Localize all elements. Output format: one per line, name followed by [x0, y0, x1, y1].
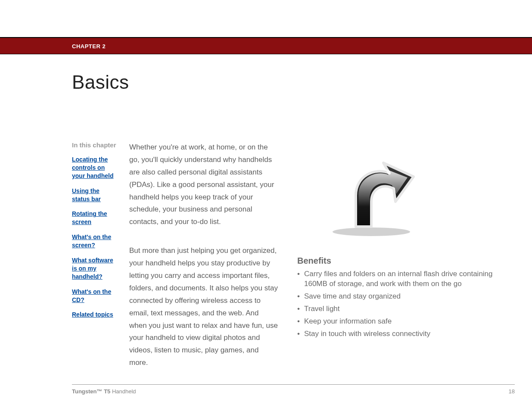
forward-arrow-icon — [323, 151, 515, 239]
right-column: Benefits Carry files and folders on an i… — [284, 141, 532, 386]
sidebar-link-related[interactable]: Related topics — [72, 311, 116, 319]
svg-point-0 — [333, 227, 410, 236]
benefit-item: Travel light — [297, 304, 515, 314]
benefit-item: Save time and stay organized — [297, 292, 515, 302]
top-whitespace — [0, 0, 532, 37]
content-row: In this chapter Locating the controls on… — [0, 141, 532, 386]
intro-paragraph-1: Whether you're at work, at home, or on t… — [129, 141, 278, 228]
benefits-list: Carry files and folders on an internal f… — [297, 269, 515, 339]
footer-product: Tungsten™ T5 Handheld — [72, 388, 136, 395]
sidebar: In this chapter Locating the controls on… — [0, 141, 125, 386]
chapter-band: CHAPTER 2 — [0, 37, 532, 54]
benefits-heading: Benefits — [297, 256, 515, 266]
page-footer: Tungsten™ T5 Handheld 18 — [72, 384, 515, 395]
intro-paragraph-2: But more than just helping you get organ… — [129, 245, 278, 369]
benefit-item: Stay in touch with wireless connectivity — [297, 329, 515, 339]
footer-page-number: 18 — [509, 388, 515, 395]
sidebar-link-status-bar[interactable]: Using the status bar — [72, 187, 116, 203]
footer-product-name: Tungsten™ T5 — [72, 388, 110, 395]
sidebar-link-whats-on-screen[interactable]: What's on the screen? — [72, 233, 116, 249]
benefit-item: Keep your information safe — [297, 317, 515, 327]
sidebar-link-cd[interactable]: What's on the CD? — [72, 288, 116, 304]
chapter-label: CHAPTER 2 — [72, 43, 106, 49]
footer-product-suffix: Handheld — [110, 388, 136, 395]
sidebar-link-controls[interactable]: Locating the controls on your handheld — [72, 156, 116, 180]
sidebar-heading: In this chapter — [72, 141, 116, 149]
main-text: Whether you're at work, at home, or on t… — [125, 141, 284, 386]
sidebar-link-software[interactable]: What software is on my handheld? — [72, 256, 116, 281]
benefit-item: Carry files and folders on an internal f… — [297, 269, 515, 289]
sidebar-link-rotating[interactable]: Rotating the screen — [72, 210, 116, 226]
page-title: Basics — [72, 72, 532, 93]
